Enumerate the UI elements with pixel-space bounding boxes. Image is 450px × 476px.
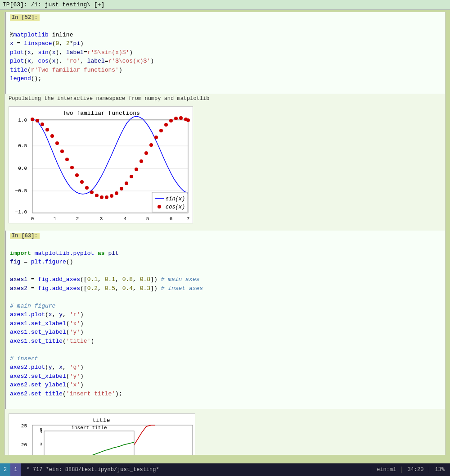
- cell-63-output: title 0 5 10 15 20 25 y 0 1 2 3 4 5 x: [5, 409, 445, 456]
- svg-point-29: [80, 180, 84, 184]
- svg-point-22: [45, 128, 49, 131]
- status-percent: 13%: [429, 467, 450, 473]
- svg-text:0.5: 0.5: [18, 143, 27, 149]
- svg-point-43: [149, 143, 153, 147]
- svg-point-49: [179, 116, 183, 120]
- svg-text:2: 2: [76, 216, 79, 222]
- svg-point-20: [36, 119, 39, 122]
- svg-text:1.0: 1.0: [18, 118, 27, 123]
- status-filename: *ein: 8888/test.ipynb/just_testing*: [46, 467, 159, 473]
- svg-point-42: [144, 151, 148, 155]
- svg-point-28: [75, 173, 79, 177]
- svg-rect-72: [44, 431, 134, 456]
- svg-point-48: [174, 117, 178, 120]
- status-mode: ein:ml: [371, 467, 401, 473]
- status-num1: 2: [0, 463, 10, 476]
- svg-point-26: [65, 158, 69, 161]
- svg-point-38: [125, 181, 128, 185]
- svg-text:20: 20: [21, 442, 27, 448]
- svg-point-37: [120, 187, 123, 190]
- svg-point-32: [95, 194, 99, 197]
- cell-52-output: Populating the interactive namespace fro…: [5, 94, 445, 231]
- svg-text:3: 3: [40, 442, 42, 447]
- svg-point-24: [55, 141, 59, 145]
- svg-point-30: [85, 186, 89, 190]
- cell-52-output-text: Populating the interactive namespace fro…: [9, 95, 441, 103]
- sin-curve: [32, 116, 188, 194]
- svg-point-41: [140, 159, 143, 163]
- title-text: IP[63]: /1: just_testing\ [+]: [3, 1, 104, 8]
- status-position: 34:20: [401, 467, 429, 473]
- svg-text:25: 25: [21, 423, 27, 429]
- svg-point-55: [158, 205, 161, 209]
- plot2-container: title 0 5 10 15 20 25 y 0 1 2 3 4 5 x: [9, 413, 441, 456]
- svg-point-46: [164, 123, 168, 127]
- cell-52: In [52]: %matplotlib inline x = linspace…: [5, 12, 445, 94]
- cell-52-label: In [52]:: [10, 14, 40, 21]
- plot1-svg: Two familiar functions 1.0 0.5 0.0 −0.5 …: [9, 106, 193, 223]
- svg-point-40: [135, 168, 138, 171]
- svg-point-47: [169, 119, 173, 122]
- svg-point-27: [70, 166, 74, 169]
- svg-point-21: [40, 122, 44, 126]
- cell-63-label: In [63]:: [10, 233, 40, 239]
- svg-point-45: [159, 129, 163, 132]
- svg-text:6: 6: [170, 216, 173, 222]
- plot1-title: Two familiar functions: [63, 110, 140, 117]
- svg-point-19: [31, 118, 34, 121]
- status-file: * 717 *ein: 8888/test.ipynb/just_testing…: [21, 467, 164, 473]
- svg-point-51: [186, 118, 190, 122]
- svg-point-36: [115, 191, 118, 195]
- svg-point-31: [90, 190, 94, 194]
- svg-point-25: [60, 150, 64, 153]
- svg-point-35: [110, 194, 113, 198]
- svg-text:0.0: 0.0: [18, 166, 27, 171]
- svg-text:0: 0: [31, 216, 34, 222]
- svg-text:sin(x): sin(x): [166, 196, 185, 202]
- status-bar: 2 1 * 717 *ein: 8888/test.ipynb/just_tes…: [0, 463, 450, 476]
- cell-63-code[interactable]: import matplotlib.pyplot as plt fig = pl…: [10, 240, 441, 407]
- notebook[interactable]: In [52]: %matplotlib inline x = linspace…: [4, 12, 446, 455]
- svg-point-44: [154, 136, 158, 139]
- svg-point-39: [130, 175, 133, 178]
- cell-52-code[interactable]: %matplotlib inline x = linspace(0, 2*pi)…: [10, 22, 441, 92]
- plot1-container: Two familiar functions 1.0 0.5 0.0 −0.5 …: [9, 106, 441, 225]
- status-linenum: 717: [33, 467, 43, 473]
- svg-text:3: 3: [100, 216, 103, 222]
- svg-point-23: [50, 134, 54, 138]
- cell-63: In [63]: import matplotlib.pyplot as plt…: [5, 231, 445, 409]
- svg-text:7: 7: [187, 216, 190, 222]
- svg-text:4: 4: [124, 216, 127, 222]
- svg-text:5: 5: [146, 216, 149, 222]
- svg-text:insert title: insert title: [71, 425, 107, 431]
- status-indicator: *: [26, 467, 29, 473]
- title-bar: IP[63]: /1: just_testing\ [+]: [0, 0, 450, 10]
- svg-text:−1.0: −1.0: [15, 209, 27, 215]
- svg-text:cos(x): cos(x): [166, 204, 185, 210]
- svg-text:1: 1: [54, 216, 57, 222]
- svg-text:5: 5: [40, 428, 42, 432]
- svg-point-34: [105, 195, 108, 199]
- svg-point-33: [100, 195, 104, 199]
- plot2-main-title: title: [92, 417, 110, 424]
- svg-text:−0.5: −0.5: [15, 188, 27, 194]
- plot2-svg: title 0 5 10 15 20 25 y 0 1 2 3 4 5 x: [9, 413, 195, 456]
- status-num2: 1: [10, 463, 21, 476]
